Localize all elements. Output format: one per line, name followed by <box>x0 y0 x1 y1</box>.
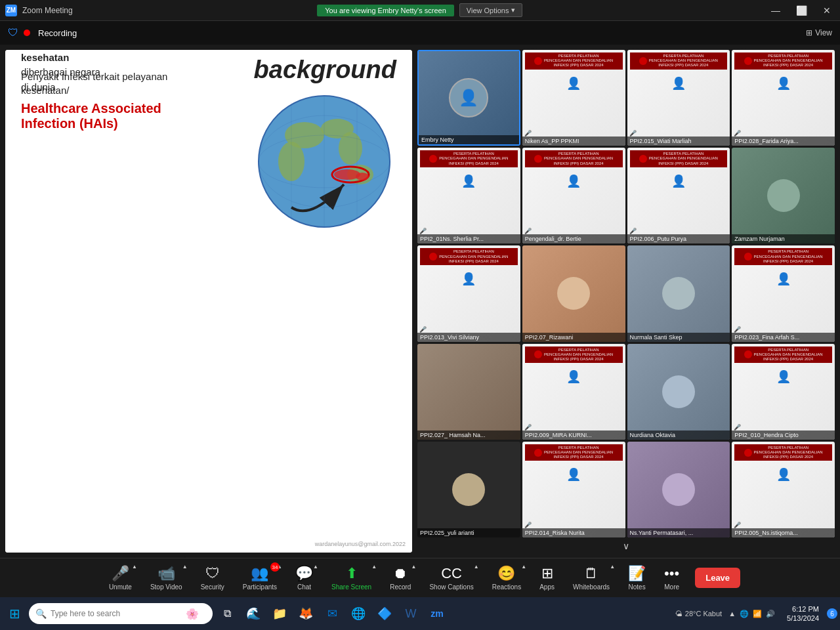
participant-tile[interactable]: PESERTA PELATIHANPENCEGAHAN DAN PENGENDA… <box>417 148 520 243</box>
explorer-button[interactable]: 📁 <box>268 602 291 625</box>
clock[interactable]: 6:12 PM 5/13/2024 <box>782 604 824 623</box>
participant-tile[interactable]: Ns.Yanti Permatasari, ... <box>627 442 730 537</box>
mute-icon: 🎤 <box>524 228 532 234</box>
share-screen-label: Share Screen <box>331 583 371 591</box>
slide-title: background <box>254 56 396 83</box>
system-tray: ▲ 🌐 📶 🔊 <box>724 610 779 618</box>
notes-button[interactable]: 📝 Notes <box>619 561 655 595</box>
volume-icon: 🔊 <box>766 610 775 618</box>
participant-tile[interactable]: Zamzam Nurjaman <box>732 148 835 243</box>
taskbar-search[interactable]: 🔍 🌸 <box>29 603 213 624</box>
notes-label: Notes <box>629 583 646 591</box>
participant-tile[interactable]: PPI2.025_yuli arianti <box>417 442 520 537</box>
participant-tile[interactable]: Nurmala Santi Skep <box>627 245 730 341</box>
chat-caret[interactable]: ▲ <box>313 564 318 570</box>
participant-name: PPI2.006_Putu Purya <box>627 234 730 243</box>
minimize-button[interactable]: — <box>767 4 784 17</box>
participants-button[interactable]: ▲ 34 👥 Participants <box>234 561 286 595</box>
unknown-button[interactable]: 🔷 <box>373 602 396 625</box>
view-options-button[interactable]: View Options ▾ <box>459 3 523 17</box>
participant-tile[interactable]: PESERTA PELATIHANPENCEGAHAN DAN PENGENDA… <box>522 148 625 243</box>
edge-button[interactable]: 🌊 <box>242 602 265 625</box>
participant-tile[interactable]: PESERTA PELATIHANPENCEGAHAN DAN PENGENDA… <box>522 344 625 440</box>
share-screen-button[interactable]: ▲ ⬆ Share Screen <box>322 561 381 595</box>
taskbar-right: 🌤 28°C Kabut ▲ 🌐 📶 🔊 6:12 PM 5/13/2024 6 <box>675 604 837 623</box>
taskbar: ⊞ 🔍 🌸 ⧉ 🌊 📁 🦊 ✉ 🌐 🔷 W zm 🌤 28°C Kabut ▲ <box>0 597 840 630</box>
task-view-button[interactable]: ⧉ <box>215 602 239 625</box>
unmute-button[interactable]: ▲ 🎤 Unmute <box>100 561 141 595</box>
zoom-taskbar-button[interactable]: zm <box>425 602 449 625</box>
security-button[interactable]: 🛡 Security <box>192 561 234 595</box>
stop-video-label: Stop Video <box>150 583 182 591</box>
security-label: Security <box>201 583 224 591</box>
captions-icon: CC <box>441 565 462 582</box>
grid-icon: ⊞ <box>806 28 812 37</box>
participant-name: Niken As_PP PPKMI <box>522 136 625 146</box>
participant-name: Embry Netty <box>419 135 519 144</box>
participant-tile[interactable]: PESERTA PELATIHANPENCEGAHAN DAN PENGENDA… <box>417 245 520 341</box>
participant-name: PPI2.023_Fina Arfah S... <box>732 333 835 342</box>
mail-button[interactable]: ✉ <box>320 602 344 625</box>
whiteboards-caret[interactable]: ▲ <box>610 564 615 570</box>
more-icon: ••• <box>664 565 679 582</box>
chat-button[interactable]: ▲ 💬 Chat <box>286 561 322 595</box>
wifi-icon: 📶 <box>753 610 762 618</box>
tray-arrow[interactable]: ▲ <box>728 610 736 618</box>
svg-point-8 <box>356 173 369 180</box>
word-icon: W <box>406 607 417 621</box>
zoom-taskbar-icon: zm <box>430 608 443 619</box>
record-button[interactable]: ▲ ⏺ Record <box>381 561 420 595</box>
chrome-button[interactable]: 🌐 <box>346 602 370 625</box>
participant-tile[interactable]: PESERTA PELATIHANPENCEGAHAN DAN PENGENDA… <box>522 50 625 146</box>
clock-time: 6:12 PM <box>792 604 819 614</box>
participant-tile[interactable]: PESERTA PELATIHANPENCEGAHAN DAN PENGENDA… <box>732 245 835 341</box>
firefox-icon: 🦊 <box>299 606 313 621</box>
chat-label: Chat <box>297 583 311 591</box>
participant-tile[interactable]: PESERTA PELATIHANPENCEGAHAN DAN PENGENDA… <box>732 442 835 537</box>
participant-tile[interactable]: PESERTA PELATIHANPENCEGAHAN DAN PENGENDA… <box>522 442 625 537</box>
participant-tile[interactable]: PESERTA PELATIHANPENCEGAHAN DAN PENGENDA… <box>627 148 730 243</box>
leave-button[interactable]: Leave <box>695 568 740 588</box>
more-button[interactable]: ••• More <box>655 561 688 595</box>
participant-tile[interactable]: PPI2.027_ Hamsah Na... <box>417 344 520 440</box>
participant-tile[interactable]: PESERTA PELATIHANPENCEGAHAN DAN PENGENDA… <box>732 50 835 146</box>
word-button[interactable]: W <box>399 602 423 625</box>
share-screen-icon: ⬆ <box>346 565 358 582</box>
mute-icon: 🎤 <box>524 424 532 430</box>
titlebar-center: You are viewing Embry Netty's screen Vie… <box>317 3 522 17</box>
participant-tile[interactable]: PESERTA PELATIHANPENCEGAHAN DAN PENGENDA… <box>732 344 835 440</box>
more-label: More <box>664 583 679 591</box>
reactions-button[interactable]: ▲ 😊 Reactions <box>483 561 530 595</box>
view-button[interactable]: ⊞ View <box>806 28 832 37</box>
view-label: View <box>815 28 832 37</box>
show-captions-button[interactable]: ▲ CC Show Captions <box>420 561 482 595</box>
unmute-label: Unmute <box>109 583 132 591</box>
reactions-caret[interactable]: ▲ <box>521 564 526 570</box>
share-caret[interactable]: ▲ <box>371 564 377 570</box>
search-input[interactable] <box>51 609 182 618</box>
stop-video-button[interactable]: ▲ 📹 Stop Video <box>141 561 192 595</box>
participant-tile[interactable]: PESERTA PELATIHANPENCEGAHAN DAN PENGENDA… <box>627 50 730 146</box>
recording-dot <box>24 30 30 36</box>
close-button[interactable]: ✕ <box>819 4 835 17</box>
scroll-down-indicator[interactable]: ∨ <box>417 539 835 553</box>
start-button[interactable]: ⊞ <box>3 602 26 625</box>
maximize-button[interactable]: ⬜ <box>792 4 811 17</box>
participant-name: Nurdiana Oktavia <box>627 430 730 440</box>
shield-icon: 🛡 <box>8 27 18 39</box>
weather-display: 🌤 28°C Kabut <box>675 610 722 618</box>
notes-icon: 📝 <box>628 565 646 582</box>
mute-icon: 🎤 <box>734 424 741 430</box>
captions-caret[interactable]: ▲ <box>474 564 479 570</box>
firefox-button[interactable]: 🦊 <box>294 602 318 625</box>
apps-button[interactable]: ⊞ Apps <box>530 561 564 595</box>
whiteboards-button[interactable]: ▲ 🗒 Whiteboards <box>564 561 619 595</box>
participant-tile[interactable]: PPI2.07_Rizawani <box>522 245 625 341</box>
unmute-caret[interactable]: ▲ <box>132 564 137 570</box>
record-caret[interactable]: ▲ <box>411 564 417 570</box>
participant-tile[interactable]: Nurdiana Oktavia <box>627 344 730 440</box>
video-caret[interactable]: ▲ <box>182 564 188 570</box>
participant-tile[interactable]: 👤 Embry Netty <box>417 50 520 146</box>
notification-badge[interactable]: 6 <box>827 608 837 619</box>
record-label: Record <box>390 583 411 591</box>
